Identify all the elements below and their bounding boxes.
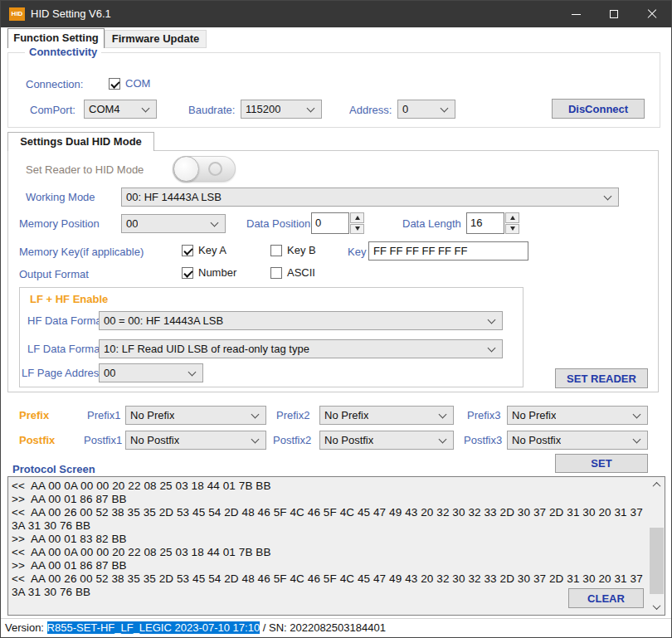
postfix2-dropdown[interactable]: No Postfix — [319, 431, 454, 450]
prefix3-dropdown[interactable]: No Prefix — [507, 406, 648, 425]
tab-function-setting[interactable]: Function Setting — [7, 28, 105, 48]
protocol-scrollbar[interactable] — [650, 478, 664, 614]
serial-number: / SN: 2022082503184401 — [260, 621, 386, 634]
postfix2-label: Postfix2 — [273, 434, 311, 446]
protocol-text[interactable]: << AA 00 0A 00 00 20 22 08 25 03 18 44 0… — [12, 480, 647, 613]
number-checkbox[interactable]: Number — [182, 266, 236, 279]
version-label: Version: — [5, 621, 47, 634]
chevron-down-icon — [604, 192, 612, 201]
prefix1-value: No Prefix — [126, 409, 174, 421]
data-length-spinner[interactable]: 16 — [466, 212, 519, 234]
set-button[interactable]: SET — [555, 454, 648, 473]
status-bar: Version: R855-SET-HF_LF_LEGIC 2023-07-10… — [1, 618, 671, 637]
prefix3-label: Prefix3 — [467, 409, 500, 421]
protocol-line: >> AA 00 01 86 87 BB — [12, 493, 647, 506]
comport-label: ComPort: — [30, 104, 75, 116]
chevron-down-icon — [439, 411, 447, 419]
set-reader-button[interactable]: SET READER — [555, 368, 648, 388]
prefix1-label: Prefix1 — [87, 409, 120, 421]
comport-dropdown[interactable]: COM4 — [84, 100, 157, 119]
protocol-log[interactable]: << AA 00 0A 00 00 20 22 08 25 03 18 44 0… — [7, 476, 665, 616]
memory-key-label: Memory Key(if applicable) — [19, 246, 144, 258]
key-input[interactable]: FF FF FF FF FF FF — [368, 241, 528, 261]
checkbox-icon — [182, 245, 193, 256]
data-position-spinner[interactable]: 0 — [311, 212, 364, 234]
protocol-line: << AA 00 26 00 52 38 35 35 2D 53 45 54 2… — [12, 572, 647, 599]
minimize-icon — [572, 14, 581, 15]
clear-button[interactable]: CLEAR — [568, 588, 644, 608]
hf-data-format-label: HF Data Format — [27, 314, 105, 327]
disconnect-button[interactable]: DisConnect — [552, 99, 645, 119]
output-format-label: Output Format — [19, 268, 89, 280]
tab-firmware-update[interactable]: Firmware Update — [105, 30, 207, 48]
app-icon: HID — [9, 7, 25, 21]
chevron-down-icon — [142, 105, 150, 113]
protocol-line: << AA 00 0A 00 00 20 22 08 25 03 18 44 0… — [12, 480, 647, 493]
connection-label: Connection: — [26, 78, 83, 90]
working-mode-dropdown[interactable]: 00: HF 14443A LSB — [121, 188, 619, 207]
spinner-up-icon[interactable] — [505, 212, 519, 223]
number-label: Number — [198, 266, 236, 279]
toggle-knob — [173, 156, 199, 182]
memory-position-dropdown[interactable]: 00 — [121, 214, 226, 233]
checkbox-icon — [270, 267, 282, 279]
scrollbar-thumb[interactable] — [650, 528, 664, 594]
protocol-screen-title: Protocol Screen — [12, 463, 95, 475]
address-dropdown[interactable]: 0 — [397, 100, 455, 119]
maximize-button[interactable] — [595, 1, 633, 27]
prefix2-label: Prefix2 — [276, 409, 309, 421]
postfix3-dropdown[interactable]: No Postfix — [507, 431, 648, 450]
working-mode-label: Working Mode — [26, 191, 95, 203]
data-length-value[interactable]: 16 — [466, 212, 504, 234]
baudrate-dropdown[interactable]: 115200 — [241, 100, 322, 119]
memory-position-label: Memory Position — [19, 217, 100, 230]
hid-mode-toggle[interactable] — [173, 156, 236, 182]
chevron-down-icon — [439, 436, 447, 444]
lf-data-format-label: LF Data Format — [27, 343, 103, 355]
minimize-button[interactable] — [557, 1, 595, 27]
hf-data-format-dropdown[interactable]: 00 = 00: HF 14443A LSB — [99, 311, 503, 330]
chevron-down-icon — [211, 219, 219, 227]
protocol-line: >> AA 00 01 83 82 BB — [12, 533, 647, 546]
checkbox-icon — [109, 78, 120, 90]
key-a-label: Key A — [198, 244, 226, 256]
com-checkbox-label: COM — [125, 77, 150, 90]
baudrate-value: 115200 — [241, 103, 280, 115]
working-mode-value: 00: HF 14443A LSB — [122, 191, 222, 203]
key-label: Key — [348, 246, 366, 258]
close-button[interactable] — [633, 1, 671, 27]
lf-data-format-dropdown[interactable]: 10: LF Read UID LSB of read-only tag typ… — [99, 339, 503, 358]
window-title: HID Setting V6.1 — [31, 1, 111, 27]
spinner-up-icon[interactable] — [350, 212, 364, 223]
scroll-up-button[interactable] — [650, 478, 664, 492]
scroll-up-icon — [653, 482, 661, 490]
checkbox-icon — [270, 245, 282, 256]
spinner-down-icon[interactable] — [350, 224, 364, 235]
scroll-down-button[interactable] — [650, 600, 664, 614]
data-position-value[interactable]: 0 — [311, 212, 349, 234]
key-a-checkbox[interactable]: Key A — [182, 244, 226, 256]
data-position-label: Data Position — [246, 217, 310, 230]
lf-page-address-dropdown[interactable]: 00 — [99, 363, 203, 382]
tab-settings-dual-hid-mode[interactable]: Settings Dual HID Mode — [7, 132, 154, 151]
postfix1-label: Postfix1 — [84, 434, 122, 446]
spinner-down-icon[interactable] — [505, 224, 519, 235]
chevron-down-icon — [488, 344, 496, 353]
com-checkbox[interactable]: COM — [109, 77, 150, 90]
ascii-label: ASCII — [287, 266, 315, 279]
checkbox-icon — [182, 267, 193, 279]
hf-data-format-value: 00 = 00: HF 14443A LSB — [100, 314, 223, 327]
scroll-down-icon — [653, 601, 661, 610]
prefix2-dropdown[interactable]: No Prefix — [319, 406, 454, 425]
chevron-down-icon — [633, 411, 641, 419]
prefix-group-label: Prefix — [19, 409, 49, 421]
chevron-down-icon — [633, 436, 641, 444]
postfix2-value: No Postfix — [320, 434, 373, 446]
toggle-ring-icon — [208, 162, 222, 176]
ascii-checkbox[interactable]: ASCII — [270, 266, 315, 279]
baudrate-label: Baudrate: — [188, 104, 235, 116]
prefix1-dropdown[interactable]: No Prefix — [125, 406, 266, 425]
postfix1-dropdown[interactable]: No Postfix — [125, 431, 266, 450]
key-b-checkbox[interactable]: Key B — [270, 244, 316, 256]
postfix3-value: No Postfix — [508, 434, 561, 446]
